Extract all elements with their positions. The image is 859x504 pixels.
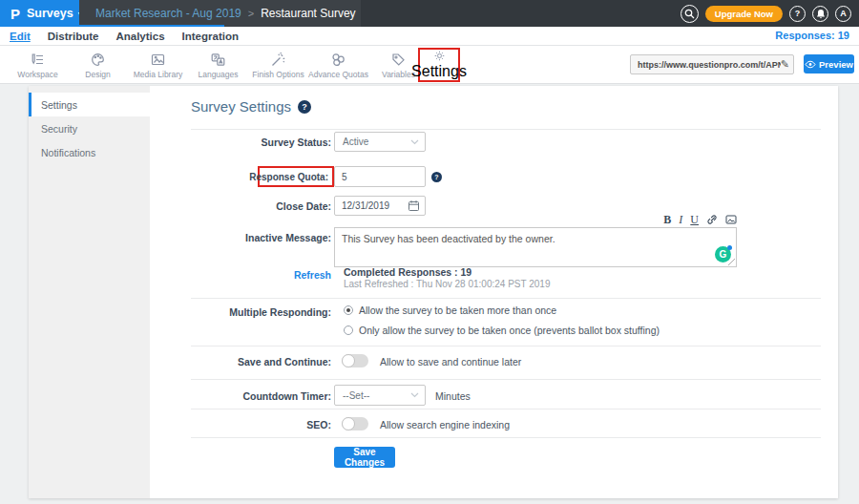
gear-icon [431, 50, 448, 62]
chevron-down-icon [410, 392, 419, 398]
page-background: Settings Security Notifications Survey S… [0, 84, 859, 504]
header-actions: Upgrade Now ? A [681, 0, 851, 27]
radio-allow-multiple[interactable]: Allow the survey to be taken more than o… [344, 304, 556, 316]
breadcrumb-parent[interactable]: Market Research - Aug 2019 [95, 7, 241, 20]
toolbar-item-workspace[interactable]: Workspace [8, 49, 68, 81]
module-nav: Edit Distribute Analytics Integration Re… [0, 27, 859, 46]
inactive-message-textarea[interactable]: This Survey has been deactivated by the … [334, 227, 737, 267]
image-icon [150, 52, 166, 68]
divider [191, 298, 821, 299]
tab-integration[interactable]: Integration [182, 31, 239, 42]
preview-label: Preview [819, 59, 853, 70]
help-button[interactable]: ? [789, 6, 806, 22]
toggle-knob [342, 417, 355, 430]
page-title: Survey Settings [191, 98, 291, 115]
preview-button[interactable]: Preview [804, 54, 854, 74]
italic-button[interactable]: I [679, 214, 682, 225]
search-button[interactable] [681, 5, 699, 23]
completed-responses: Completed Responses : 19 [344, 266, 471, 278]
toolbar-item-finish-options[interactable]: Finish Options [248, 49, 308, 81]
toolbar-item-languages[interactable]: Languages [188, 49, 248, 81]
tab-edit[interactable]: Edit [10, 31, 31, 42]
textarea-resize-handle[interactable] [728, 259, 735, 265]
settings-card: Settings Security Notifications Survey S… [29, 86, 838, 498]
tab-distribute[interactable]: Distribute [48, 31, 99, 42]
questionpro-logo-icon: P [10, 7, 20, 21]
search-icon [684, 9, 695, 19]
settings-help-icon[interactable]: ? [298, 100, 311, 114]
product-label: Surveys [27, 7, 73, 20]
survey-toolbar: Workspace Design Media Library Languages… [0, 46, 859, 84]
seo-toggle[interactable] [342, 417, 368, 430]
bell-icon [816, 9, 826, 19]
settings-content: Survey Settings ? Survey Status: Active … [150, 86, 838, 498]
link-button[interactable] [706, 214, 718, 225]
quota-help-icon[interactable]: ? [431, 172, 442, 182]
responses-count[interactable]: Responses: 19 [775, 30, 849, 41]
divider [191, 437, 821, 438]
toolbar-item-design[interactable]: Design [68, 49, 128, 81]
upgrade-now-button[interactable]: Upgrade Now [705, 6, 783, 22]
tab-analytics[interactable]: Analytics [115, 31, 164, 42]
insert-image-button[interactable] [725, 214, 737, 225]
sidebar-item-settings[interactable]: Settings [29, 93, 150, 116]
top-header: P Surveys ▾ Market Research - Aug 2019 >… [0, 0, 859, 27]
surveys-product-menu[interactable]: P Surveys ▾ [0, 0, 79, 27]
close-date-label: Close Date: [67, 200, 331, 212]
eye-icon [805, 60, 816, 69]
calendar-icon[interactable] [408, 200, 420, 212]
multiple-responding-label: Multiple Responding: [67, 306, 331, 318]
workspace-icon [30, 52, 46, 68]
toolbar-item-settings[interactable]: Settings [418, 48, 460, 82]
underline-button[interactable]: U [690, 214, 699, 225]
toolbar-item-advance-quotas[interactable]: Advance Quotas [308, 49, 368, 81]
survey-status-select[interactable]: Active [334, 132, 426, 152]
breadcrumb-current: Restaurant Survey [261, 7, 355, 20]
response-quota-input[interactable] [334, 166, 426, 187]
close-date-field [334, 196, 426, 216]
chevron-down-icon [410, 139, 419, 145]
message-format-toolbar: B I U [334, 214, 737, 225]
toggle-knob [342, 354, 355, 368]
save-and-continue-toggle[interactable] [342, 354, 368, 368]
survey-status-label: Survey Status: [67, 136, 331, 148]
countdown-timer-select[interactable]: --Set-- [334, 385, 426, 406]
bold-button[interactable]: B [663, 214, 671, 225]
inactive-message-label: Inactive Message: [67, 232, 331, 243]
divider [191, 379, 821, 380]
notifications-button[interactable] [812, 6, 828, 22]
palette-icon [90, 52, 106, 68]
header-active-underline [0, 25, 224, 27]
countdown-timer-suffix: Minutes [435, 390, 471, 402]
tag-icon [390, 52, 407, 68]
magic-wand-icon [270, 52, 286, 68]
radio-allow-once[interactable]: Only allow the survey to be taken once (… [344, 325, 660, 336]
survey-url-field: ✎ [630, 54, 794, 74]
edit-url-icon[interactable]: ✎ [781, 58, 789, 71]
radio-unselected-icon [344, 326, 353, 335]
refresh-link[interactable]: Refresh [67, 269, 331, 281]
radio-selected-icon [344, 305, 353, 315]
breadcrumb: Market Research - Aug 2019 > Restaurant … [79, 0, 361, 27]
divider [191, 346, 821, 346]
account-avatar[interactable]: A [835, 6, 851, 22]
seo-text: Allow search engine indexing [380, 419, 510, 430]
response-quota-label-highlight: Response Quota: [258, 166, 334, 187]
translate-icon [210, 52, 226, 68]
save-and-continue-label: Save and Continue: [67, 356, 331, 368]
save-changes-button[interactable]: Save Changes [334, 447, 395, 468]
toolbar-item-media-library[interactable]: Media Library [128, 49, 188, 81]
save-and-continue-text: Allow to save and continue later [380, 356, 521, 368]
breadcrumb-separator: > [248, 8, 254, 19]
countdown-timer-label: Countdown Timer: [67, 390, 331, 402]
quotas-icon [330, 52, 346, 68]
divider [191, 409, 821, 410]
divider [191, 129, 821, 130]
survey-url-input[interactable] [638, 60, 781, 70]
response-quota-label: Response Quota: [249, 172, 328, 182]
last-refreshed: Last Refreshed : Thu Nov 28 01:00:24 PST… [344, 279, 550, 289]
seo-label: SEO: [67, 419, 331, 430]
